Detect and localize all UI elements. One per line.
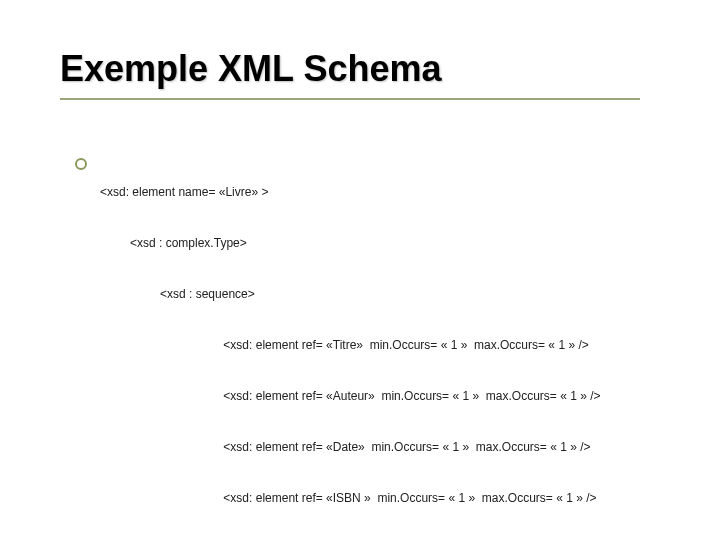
code-line: <xsd : sequence> [100, 286, 603, 303]
slide: Exemple XML Schema <xsd: element name= «… [0, 0, 720, 540]
code-line: <xsd: element name= «Livre» > [100, 184, 603, 201]
code-line: <xsd: element ref= «Date» min.Occurs= « … [100, 439, 603, 456]
code-line: <xsd: element ref= «ISBN » min.Occurs= «… [100, 490, 603, 507]
bullet-icon [75, 158, 87, 170]
page-title: Exemple XML Schema [60, 48, 442, 90]
code-line: <xsd: element ref= «Titre» min.Occurs= «… [100, 337, 603, 354]
code-line: <xsd: element ref= «Auteur» min.Occurs= … [100, 388, 603, 405]
code-line: <xsd : complex.Type> [100, 235, 603, 252]
code-block: <xsd: element name= «Livre» > <xsd : com… [100, 150, 603, 540]
title-underline [60, 98, 640, 100]
